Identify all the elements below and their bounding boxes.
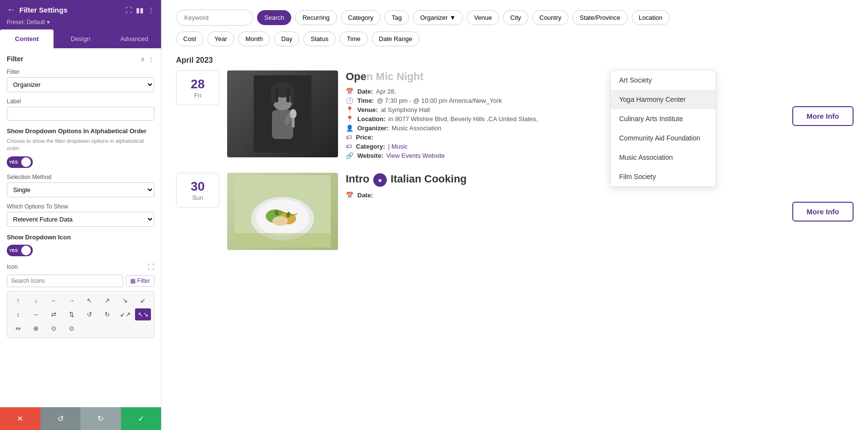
tag-pill[interactable]: Tag — [384, 10, 409, 25]
icon-up[interactable]: ↑ — [10, 294, 26, 306]
price-label-1: Price: — [356, 134, 373, 141]
icon-down[interactable]: ↓ — [28, 294, 44, 306]
icon-expand[interactable]: ↖↘ — [135, 308, 151, 320]
time-icon-1: 🕐 — [346, 97, 353, 104]
icon-exchange-h[interactable]: ⇄ — [46, 308, 62, 320]
more-info-button-1[interactable]: More Info — [792, 106, 854, 126]
dropdown-item-culinary[interactable]: Culinary Arts Institute — [610, 109, 716, 128]
more-icon[interactable]: ⋮ — [148, 6, 154, 14]
icon-downright[interactable]: ↘ — [117, 294, 133, 306]
undo-button[interactable]: ↻ — [81, 407, 121, 430]
event-card-inner-2: Intro ● Italian Cooking 📅 Date: More Inf… — [227, 173, 854, 250]
icon-right[interactable]: → — [64, 294, 80, 306]
collapse-icon[interactable]: ∧ — [140, 55, 145, 63]
reset-button[interactable]: ↺ — [41, 407, 81, 430]
icon-redo[interactable]: ↻ — [99, 308, 115, 320]
icon-compress[interactable]: ⇔ — [10, 322, 26, 334]
recurring-pill[interactable]: Recurring — [295, 10, 337, 25]
dots-icon[interactable]: ⋮ — [148, 55, 154, 63]
alphabetical-toggle[interactable]: YES — [7, 156, 33, 168]
state-province-pill[interactable]: State/Province — [572, 10, 628, 25]
keyword-input[interactable] — [176, 10, 253, 26]
icon-left[interactable]: ← — [46, 294, 62, 306]
sidebar-header: ← Filter Settings ⛶ ▮▮ ⋮ — [0, 0, 161, 19]
icon-updown[interactable]: ↕ — [10, 308, 26, 320]
alphabetical-label: Show Dropdown Options In Alphabetical Or… — [7, 127, 154, 135]
tab-advanced[interactable]: Advanced — [108, 29, 161, 48]
event-date-box-1: 28 Fri — [176, 70, 219, 105]
loading-spinner-2: ● — [373, 173, 387, 187]
icon-move[interactable]: ⊕ — [28, 322, 44, 334]
icon-search-input[interactable] — [7, 275, 123, 287]
organizer-dropdown: Art Society Yoga Harmony Center Culinary… — [610, 70, 716, 187]
search-button[interactable]: Search — [257, 10, 291, 25]
icon-undo[interactable]: ↺ — [81, 308, 97, 320]
columns-icon[interactable]: ▮▮ — [136, 6, 144, 14]
cancel-icon: ✕ — [17, 414, 23, 423]
more-info-button-2[interactable]: More Info — [792, 202, 854, 222]
date-range-pill[interactable]: Date Range — [372, 31, 420, 46]
dropdown-icon-toggle[interactable]: YES — [7, 245, 33, 256]
icon-downleft[interactable]: ↙ — [135, 294, 151, 306]
website-link-1[interactable]: View Events Website — [386, 152, 445, 159]
icon-crop-icon[interactable]: ⛶ — [148, 263, 154, 271]
icon-leftright[interactable]: ↔ — [28, 308, 44, 320]
icon-dots[interactable]: ⊙ — [46, 322, 62, 334]
dropdown-item-music[interactable]: Music Association — [610, 148, 716, 167]
organizer-value-1: Music Association — [392, 125, 441, 132]
cancel-button[interactable]: ✕ — [0, 407, 41, 430]
confirm-button[interactable]: ✓ — [121, 407, 162, 430]
status-pill[interactable]: Status — [303, 31, 336, 46]
year-pill[interactable]: Year — [207, 31, 234, 46]
preset-selector[interactable]: Preset: Default ▾ — [0, 19, 161, 29]
venue-pill[interactable]: Venue — [467, 10, 499, 25]
icon-shrink[interactable]: ↙↗ — [117, 308, 133, 320]
icon-upright[interactable]: ↗ — [99, 294, 115, 306]
dropdown-item-film[interactable]: Film Society — [610, 167, 716, 186]
day-pill[interactable]: Day — [274, 31, 299, 46]
alphabetical-helper: Choose to show the filter dropdown optio… — [7, 138, 154, 153]
venue-label-1: Venue: — [357, 106, 378, 113]
fullscreen-icon[interactable]: ⛶ — [125, 6, 132, 14]
label-input[interactable] — [7, 107, 154, 121]
organizer-arrow-icon: ▼ — [449, 14, 456, 21]
filter-type-label: Filter — [7, 69, 154, 75]
organizer-pill[interactable]: Organizer ▼ — [413, 10, 463, 25]
dropdown-item-community[interactable]: Community Aid Foundation — [610, 128, 716, 148]
time-pill[interactable]: Time — [339, 31, 367, 46]
event-date-day-2: Sun — [192, 194, 203, 201]
category-link-1[interactable]: | Music — [388, 143, 408, 150]
icon-upleft[interactable]: ↖ — [81, 294, 97, 306]
filter-type-select[interactable]: Organizer Category Tag Venue City Countr… — [7, 77, 154, 92]
main-content: Search Recurring Category Tag Organizer … — [162, 0, 868, 430]
venue-value-1: at Symphony Hall — [381, 106, 430, 113]
dropdown-item-art-society[interactable]: Art Society — [610, 70, 716, 90]
event-title-2: Intro ● Italian Cooking — [346, 173, 785, 187]
svg-rect-19 — [234, 233, 331, 248]
which-options-select[interactable]: Relevent Future Data All Data — [7, 212, 154, 227]
sidebar-header-icons: ⛶ ▮▮ ⋮ — [125, 6, 154, 14]
location-pill[interactable]: Location — [632, 10, 670, 25]
dropdown-item-yoga[interactable]: Yoga Harmony Center — [610, 90, 716, 109]
category-pill[interactable]: Category — [341, 10, 381, 25]
selection-method-select[interactable]: Single Multiple — [7, 182, 154, 197]
month-pill[interactable]: Month — [238, 31, 270, 46]
organizer-icon-1: 👤 — [346, 125, 353, 132]
organizer-label-1: Organizer: — [357, 125, 389, 132]
event-details-1: Open Mic Night 📅 Date: Apr 28, 🕐 Time: @… — [346, 70, 785, 161]
sidebar-tabs: Content Design Advanced — [0, 29, 161, 48]
filter-icon: ▦ — [130, 277, 136, 284]
icon-exchange-v[interactable]: ⇅ — [64, 308, 80, 320]
country-pill[interactable]: Country — [532, 10, 569, 25]
icon-filter-button[interactable]: ▦ Filter — [126, 275, 154, 287]
svg-point-4 — [290, 109, 297, 119]
back-icon[interactable]: ← — [7, 5, 15, 15]
tab-design[interactable]: Design — [54, 29, 107, 48]
icon-circle-check[interactable]: ⊙ — [64, 322, 80, 334]
filter-bar-row1: Search Recurring Category Tag Organizer … — [176, 10, 854, 26]
city-pill[interactable]: City — [503, 10, 528, 25]
reset-icon: ↺ — [57, 414, 64, 423]
tab-content[interactable]: Content — [0, 29, 54, 48]
cost-pill[interactable]: Cost — [176, 31, 203, 46]
dropdown-icon-section: Show Dropdown Icon YES — [7, 234, 154, 256]
